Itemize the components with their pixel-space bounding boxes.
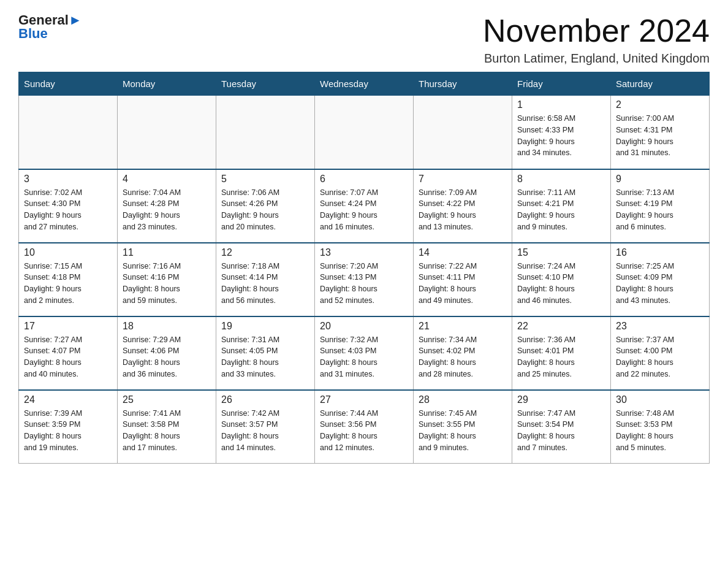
day-info: Sunrise: 7:37 AMSunset: 4:00 PMDaylight:…	[616, 334, 704, 380]
calendar-header-row: SundayMondayTuesdayWednesdayThursdayFrid…	[19, 72, 710, 96]
calendar-header-saturday: Saturday	[611, 72, 710, 96]
day-number: 23	[616, 321, 704, 332]
calendar-cell: 27Sunrise: 7:44 AMSunset: 3:56 PMDayligh…	[315, 390, 414, 464]
month-title: November 2024	[483, 12, 710, 49]
calendar-header-wednesday: Wednesday	[315, 72, 414, 96]
calendar-cell: 29Sunrise: 7:47 AMSunset: 3:54 PMDayligh…	[512, 390, 611, 464]
calendar-cell: 15Sunrise: 7:24 AMSunset: 4:10 PMDayligh…	[512, 243, 611, 316]
calendar-cell: 12Sunrise: 7:18 AMSunset: 4:14 PMDayligh…	[216, 243, 315, 316]
day-number: 16	[616, 247, 704, 258]
day-number: 24	[24, 394, 112, 405]
logo: General ► Blue	[18, 12, 82, 42]
day-info: Sunrise: 7:02 AMSunset: 4:30 PMDaylight:…	[24, 187, 112, 233]
calendar-header-thursday: Thursday	[414, 72, 512, 96]
calendar-cell: 21Sunrise: 7:34 AMSunset: 4:02 PMDayligh…	[414, 316, 512, 390]
day-number: 6	[320, 174, 408, 185]
day-number: 12	[221, 247, 309, 258]
day-number: 17	[24, 321, 112, 332]
calendar-cell: 10Sunrise: 7:15 AMSunset: 4:18 PMDayligh…	[19, 243, 118, 316]
calendar-cell	[118, 96, 216, 169]
day-info: Sunrise: 7:34 AMSunset: 4:02 PMDaylight:…	[419, 334, 507, 380]
calendar-header-tuesday: Tuesday	[216, 72, 315, 96]
day-number: 22	[517, 321, 605, 332]
calendar-cell	[19, 96, 118, 169]
day-number: 27	[320, 394, 408, 405]
day-number: 28	[419, 394, 507, 405]
calendar-cell: 22Sunrise: 7:36 AMSunset: 4:01 PMDayligh…	[512, 316, 611, 390]
calendar-cell: 2Sunrise: 7:00 AMSunset: 4:31 PMDaylight…	[611, 96, 710, 169]
calendar-cell: 11Sunrise: 7:16 AMSunset: 4:16 PMDayligh…	[118, 243, 216, 316]
day-number: 29	[517, 394, 605, 405]
calendar-week-row: 3Sunrise: 7:02 AMSunset: 4:30 PMDaylight…	[19, 169, 710, 243]
calendar-cell: 5Sunrise: 7:06 AMSunset: 4:26 PMDaylight…	[216, 169, 315, 243]
calendar-cell: 28Sunrise: 7:45 AMSunset: 3:55 PMDayligh…	[414, 390, 512, 464]
day-info: Sunrise: 7:20 AMSunset: 4:13 PMDaylight:…	[320, 261, 408, 307]
calendar-header-monday: Monday	[118, 72, 216, 96]
calendar-cell: 9Sunrise: 7:13 AMSunset: 4:19 PMDaylight…	[611, 169, 710, 243]
day-info: Sunrise: 7:44 AMSunset: 3:56 PMDaylight:…	[320, 408, 408, 454]
day-number: 30	[616, 394, 704, 405]
day-info: Sunrise: 7:32 AMSunset: 4:03 PMDaylight:…	[320, 334, 408, 380]
day-info: Sunrise: 7:06 AMSunset: 4:26 PMDaylight:…	[221, 187, 309, 233]
calendar-cell: 14Sunrise: 7:22 AMSunset: 4:11 PMDayligh…	[414, 243, 512, 316]
calendar-cell: 17Sunrise: 7:27 AMSunset: 4:07 PMDayligh…	[19, 316, 118, 390]
day-info: Sunrise: 7:11 AMSunset: 4:21 PMDaylight:…	[517, 187, 605, 233]
page-header: General ► Blue November 2024 Burton Lati…	[18, 12, 710, 66]
calendar-cell: 4Sunrise: 7:04 AMSunset: 4:28 PMDaylight…	[118, 169, 216, 243]
day-info: Sunrise: 7:00 AMSunset: 4:31 PMDaylight:…	[616, 113, 704, 159]
day-info: Sunrise: 7:47 AMSunset: 3:54 PMDaylight:…	[517, 408, 605, 454]
title-section: November 2024 Burton Latimer, England, U…	[483, 12, 710, 66]
day-info: Sunrise: 7:25 AMSunset: 4:09 PMDaylight:…	[616, 261, 704, 307]
calendar-week-row: 1Sunrise: 6:58 AMSunset: 4:33 PMDaylight…	[19, 96, 710, 169]
calendar-week-row: 17Sunrise: 7:27 AMSunset: 4:07 PMDayligh…	[19, 316, 710, 390]
day-number: 10	[24, 247, 112, 258]
calendar-header-friday: Friday	[512, 72, 611, 96]
day-number: 11	[123, 247, 211, 258]
calendar-cell: 18Sunrise: 7:29 AMSunset: 4:06 PMDayligh…	[118, 316, 216, 390]
day-info: Sunrise: 7:04 AMSunset: 4:28 PMDaylight:…	[123, 187, 211, 233]
day-info: Sunrise: 7:31 AMSunset: 4:05 PMDaylight:…	[221, 334, 309, 380]
calendar-cell: 25Sunrise: 7:41 AMSunset: 3:58 PMDayligh…	[118, 390, 216, 464]
day-number: 4	[123, 174, 211, 185]
day-info: Sunrise: 7:15 AMSunset: 4:18 PMDaylight:…	[24, 261, 112, 307]
day-info: Sunrise: 7:42 AMSunset: 3:57 PMDaylight:…	[221, 408, 309, 454]
day-number: 19	[221, 321, 309, 332]
day-info: Sunrise: 7:22 AMSunset: 4:11 PMDaylight:…	[419, 261, 507, 307]
calendar-cell: 3Sunrise: 7:02 AMSunset: 4:30 PMDaylight…	[19, 169, 118, 243]
calendar-cell	[216, 96, 315, 169]
day-number: 8	[517, 174, 605, 185]
calendar-cell: 6Sunrise: 7:07 AMSunset: 4:24 PMDaylight…	[315, 169, 414, 243]
calendar-cell: 13Sunrise: 7:20 AMSunset: 4:13 PMDayligh…	[315, 243, 414, 316]
day-info: Sunrise: 7:39 AMSunset: 3:59 PMDaylight:…	[24, 408, 112, 454]
day-number: 13	[320, 247, 408, 258]
calendar-cell: 8Sunrise: 7:11 AMSunset: 4:21 PMDaylight…	[512, 169, 611, 243]
day-number: 7	[419, 174, 507, 185]
calendar-header-sunday: Sunday	[19, 72, 118, 96]
day-info: Sunrise: 7:07 AMSunset: 4:24 PMDaylight:…	[320, 187, 408, 233]
day-number: 2	[616, 99, 704, 110]
day-info: Sunrise: 7:27 AMSunset: 4:07 PMDaylight:…	[24, 334, 112, 380]
day-number: 1	[517, 99, 605, 110]
logo-general-blue: ►	[69, 12, 82, 28]
calendar-cell: 30Sunrise: 7:48 AMSunset: 3:53 PMDayligh…	[611, 390, 710, 464]
calendar-cell	[414, 96, 512, 169]
location: Burton Latimer, England, United Kingdom	[483, 52, 710, 66]
calendar-week-row: 24Sunrise: 7:39 AMSunset: 3:59 PMDayligh…	[19, 390, 710, 464]
day-number: 9	[616, 174, 704, 185]
calendar-cell: 26Sunrise: 7:42 AMSunset: 3:57 PMDayligh…	[216, 390, 315, 464]
day-info: Sunrise: 7:09 AMSunset: 4:22 PMDaylight:…	[419, 187, 507, 233]
day-info: Sunrise: 7:13 AMSunset: 4:19 PMDaylight:…	[616, 187, 704, 233]
calendar-table: SundayMondayTuesdayWednesdayThursdayFrid…	[18, 72, 710, 464]
day-info: Sunrise: 7:24 AMSunset: 4:10 PMDaylight:…	[517, 261, 605, 307]
calendar-cell: 7Sunrise: 7:09 AMSunset: 4:22 PMDaylight…	[414, 169, 512, 243]
day-number: 5	[221, 174, 309, 185]
calendar-cell: 16Sunrise: 7:25 AMSunset: 4:09 PMDayligh…	[611, 243, 710, 316]
day-info: Sunrise: 7:36 AMSunset: 4:01 PMDaylight:…	[517, 334, 605, 380]
day-info: Sunrise: 7:16 AMSunset: 4:16 PMDaylight:…	[123, 261, 211, 307]
day-number: 15	[517, 247, 605, 258]
day-number: 25	[123, 394, 211, 405]
calendar-cell: 19Sunrise: 7:31 AMSunset: 4:05 PMDayligh…	[216, 316, 315, 390]
day-number: 14	[419, 247, 507, 258]
day-number: 3	[24, 174, 112, 185]
calendar-cell: 23Sunrise: 7:37 AMSunset: 4:00 PMDayligh…	[611, 316, 710, 390]
